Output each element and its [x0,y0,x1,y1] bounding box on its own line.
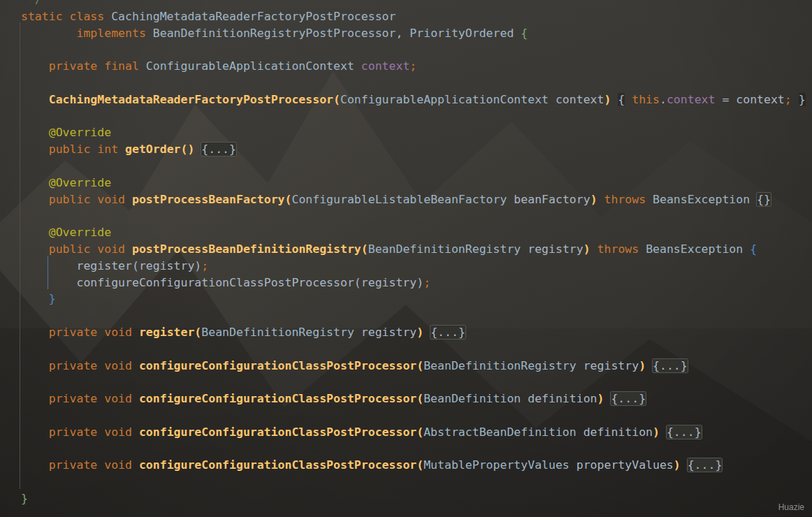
code-line[interactable]: } [21,490,812,507]
code-editor-text-area[interactable]: */static class CachingMetadataReaderFact… [21,0,812,507]
code-token-method: postProcessBeanFactory( [132,193,291,206]
code-token-plain: beanFactory [514,193,590,206]
code-token-plain [21,193,49,206]
code-token-semi: ; [409,59,416,73]
code-token-braceGreen: } [21,492,28,505]
folded-code-region[interactable]: {...} [201,143,236,156]
code-line[interactable]: static class CachingMetadataReaderFactor… [21,8,812,25]
code-line[interactable]: public void postProcessBeanFactory(Confi… [21,191,812,208]
folded-code-region[interactable]: {...} [688,458,723,472]
code-token-semi: ; [201,259,208,272]
code-token-keyword: private void [49,458,139,472]
code-token-keyword: throws [597,242,646,256]
code-token-method: ) [416,326,423,339]
code-token-method: CachingMetadataReaderFactoryPostProcesso… [49,93,340,106]
code-line[interactable]: register(registry); [21,258,812,275]
code-token-braceBlue: { [750,242,757,256]
folded-code-region[interactable]: {...} [611,392,646,405]
code-line[interactable] [21,341,812,358]
code-token-type: CachingMetadataReaderFactoryPostProcesso… [111,10,396,23]
code-line[interactable]: private final ConfigurableApplicationCon… [21,58,812,75]
code-line[interactable]: */ [21,0,812,8]
code-token-plain: , [396,27,409,40]
code-line[interactable] [21,407,812,424]
code-token-method: postProcessBeanDefinitionRegistry( [132,242,368,256]
code-token-annotation: @Override [49,226,111,239]
code-line[interactable]: public void postProcessBeanDefinitionReg… [21,241,812,258]
code-token-plain [21,126,49,139]
code-token-field: context [667,93,716,106]
code-token-keyword: private void [49,359,139,372]
code-token-type: BeansException [653,193,757,206]
code-token-plain [21,359,49,372]
code-token-boxed: { [618,93,625,106]
code-token-plain [646,359,653,372]
code-token-plain [21,392,49,405]
code-token-method: ) [653,425,660,439]
code-line[interactable] [21,108,812,125]
code-token-plain: . [660,93,667,106]
code-line[interactable] [21,207,812,224]
code-line[interactable] [21,158,812,175]
code-line[interactable] [21,75,812,92]
ide-code-screenshot: */static class CachingMetadataReaderFact… [0,0,812,517]
code-line[interactable] [21,474,812,490]
code-token-plain: registry [583,359,639,372]
code-line[interactable]: private void configureConfigurationClass… [21,457,812,474]
code-token-plain: registry [528,242,583,256]
code-token-semi: ; [785,93,792,106]
code-token-type: AbstractBeanDefinition [423,425,583,439]
code-token-method: ) [590,193,597,206]
code-token-type: BeanDefinitionRegistryPostProcessor [153,27,396,40]
code-line[interactable] [21,441,812,458]
folded-code-region[interactable]: {} [757,193,771,206]
code-line[interactable]: private void configureConfigurationClass… [21,391,812,407]
code-token-keyword: private final [49,59,146,73]
code-line[interactable]: implements BeanDefinitionRegistryPostPro… [21,25,812,42]
code-line[interactable]: @Override [21,175,812,191]
code-token-keyword: private void [49,392,139,405]
code-token-plain [21,458,49,472]
code-token-braceGreen: { [521,27,528,40]
code-token-method: ) [674,458,681,472]
code-token-plain [21,27,76,40]
code-line[interactable]: } [21,291,812,307]
code-token-method: configureConfigurationClassPostProcessor… [139,392,423,405]
code-line[interactable]: private void configureConfigurationClass… [21,358,812,374]
folded-code-region[interactable]: {...} [653,359,688,372]
code-token-plain [21,292,49,305]
code-line[interactable] [21,41,812,58]
code-token-keyword: private void [49,425,139,439]
code-line[interactable]: public int getOrder() {...} [21,141,812,158]
code-line[interactable] [21,374,812,391]
code-token-type: BeanDefinitionRegistry [201,326,361,339]
code-token-method: register( [139,326,201,339]
code-token-plain [21,143,49,156]
code-token-plain [423,326,430,339]
code-line[interactable]: configureConfigurationClassPostProcessor… [21,275,812,291]
code-token-semi: ; [423,276,430,289]
code-line[interactable]: private void register(BeanDefinitionRegi… [21,324,812,341]
code-token-plain [611,93,618,106]
code-token-plain: registry [361,326,416,339]
code-token-plain [21,326,49,339]
code-line[interactable] [21,307,812,324]
code-token-method: getOrder() [125,143,194,156]
code-line[interactable]: @Override [21,124,812,141]
code-token-plain [21,93,49,106]
code-token-keyword: static class [21,10,111,23]
code-line[interactable]: @Override [21,224,812,241]
folded-code-region[interactable]: {...} [667,425,702,439]
code-token-plain [597,193,604,206]
code-token-type: PriorityOrdered [409,27,521,40]
code-token-type: BeanDefinitionRegistry [423,359,583,372]
code-token-plain [792,93,799,106]
code-line[interactable]: private void configureConfigurationClass… [21,424,812,441]
code-token-plain [681,458,688,472]
code-token-plain [194,143,201,156]
code-token-plain: register(registry) [76,259,201,272]
code-token-plain [21,176,49,189]
code-token-type: BeanDefinitionRegistry [368,242,528,256]
code-line[interactable]: CachingMetadataReaderFactoryPostProcesso… [21,92,812,108]
folded-code-region[interactable]: {...} [430,326,465,339]
